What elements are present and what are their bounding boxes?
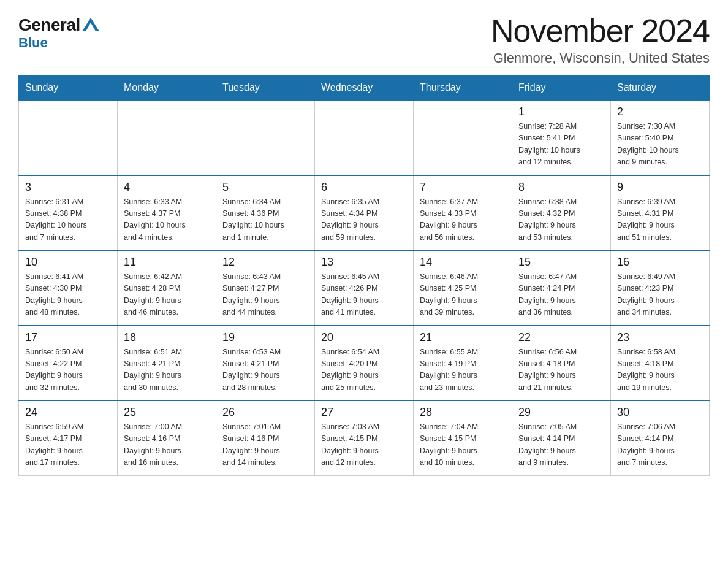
table-row: 22Sunrise: 6:56 AM Sunset: 4:18 PM Dayli…	[512, 326, 611, 401]
table-row: 16Sunrise: 6:49 AM Sunset: 4:23 PM Dayli…	[611, 250, 710, 326]
calendar-week-row: 10Sunrise: 6:41 AM Sunset: 4:30 PM Dayli…	[19, 250, 710, 326]
header-friday: Friday	[512, 76, 611, 101]
day-info: Sunrise: 6:53 AM Sunset: 4:21 PM Dayligh…	[222, 347, 308, 394]
day-info: Sunrise: 6:37 AM Sunset: 4:33 PM Dayligh…	[420, 196, 506, 244]
day-number: 2	[617, 105, 703, 118]
logo: General Blue	[18, 12, 99, 51]
day-info: Sunrise: 6:49 AM Sunset: 4:23 PM Dayligh…	[617, 271, 703, 319]
day-info: Sunrise: 6:46 AM Sunset: 4:25 PM Dayligh…	[420, 271, 506, 319]
table-row: 6Sunrise: 6:35 AM Sunset: 4:34 PM Daylig…	[315, 175, 414, 251]
day-info: Sunrise: 7:03 AM Sunset: 4:15 PM Dayligh…	[321, 421, 407, 469]
day-number: 29	[518, 406, 604, 419]
day-info: Sunrise: 6:54 AM Sunset: 4:20 PM Dayligh…	[321, 347, 407, 394]
day-number: 10	[25, 256, 111, 269]
logo-blue-text: Blue	[18, 35, 48, 50]
header-monday: Monday	[118, 76, 216, 101]
day-info: Sunrise: 6:31 AM Sunset: 4:38 PM Dayligh…	[25, 196, 111, 244]
day-number: 11	[124, 256, 210, 269]
day-info: Sunrise: 7:00 AM Sunset: 4:16 PM Dayligh…	[124, 421, 210, 469]
day-number: 14	[420, 256, 506, 269]
day-number: 24	[25, 406, 111, 419]
day-info: Sunrise: 6:39 AM Sunset: 4:31 PM Dayligh…	[617, 196, 703, 244]
table-row: 19Sunrise: 6:53 AM Sunset: 4:21 PM Dayli…	[216, 326, 315, 401]
day-number: 20	[321, 331, 407, 344]
table-row: 23Sunrise: 6:58 AM Sunset: 4:18 PM Dayli…	[611, 326, 710, 401]
day-number: 15	[518, 256, 604, 269]
day-info: Sunrise: 6:56 AM Sunset: 4:18 PM Dayligh…	[518, 347, 604, 394]
day-number: 22	[518, 331, 604, 344]
table-row	[19, 100, 118, 175]
day-number: 25	[124, 406, 210, 419]
title-section: November 2024 Glenmore, Wisconsin, Unite…	[491, 12, 710, 66]
day-info: Sunrise: 6:38 AM Sunset: 4:32 PM Dayligh…	[518, 196, 604, 244]
table-row: 25Sunrise: 7:00 AM Sunset: 4:16 PM Dayli…	[118, 400, 216, 475]
table-row	[315, 100, 414, 175]
header-thursday: Thursday	[414, 76, 512, 101]
table-row	[118, 100, 216, 175]
header-saturday: Saturday	[611, 76, 710, 101]
day-info: Sunrise: 6:58 AM Sunset: 4:18 PM Dayligh…	[617, 347, 703, 394]
table-row: 18Sunrise: 6:51 AM Sunset: 4:21 PM Dayli…	[118, 326, 216, 401]
page-header: General Blue November 2024 Glenmore, Wis…	[18, 12, 710, 66]
header-tuesday: Tuesday	[216, 76, 315, 101]
calendar-week-row: 3Sunrise: 6:31 AM Sunset: 4:38 PM Daylig…	[19, 175, 710, 251]
day-info: Sunrise: 6:43 AM Sunset: 4:27 PM Dayligh…	[222, 271, 308, 319]
day-info: Sunrise: 6:47 AM Sunset: 4:24 PM Dayligh…	[518, 271, 604, 319]
header-wednesday: Wednesday	[315, 76, 414, 101]
table-row: 9Sunrise: 6:39 AM Sunset: 4:31 PM Daylig…	[611, 175, 710, 251]
day-info: Sunrise: 6:35 AM Sunset: 4:34 PM Dayligh…	[321, 196, 407, 244]
table-row: 7Sunrise: 6:37 AM Sunset: 4:33 PM Daylig…	[414, 175, 512, 251]
table-row: 21Sunrise: 6:55 AM Sunset: 4:19 PM Dayli…	[414, 326, 512, 401]
calendar-week-row: 1Sunrise: 7:28 AM Sunset: 5:41 PM Daylig…	[19, 100, 710, 175]
day-info: Sunrise: 7:01 AM Sunset: 4:16 PM Dayligh…	[222, 421, 308, 469]
day-number: 12	[222, 256, 308, 269]
table-row: 13Sunrise: 6:45 AM Sunset: 4:26 PM Dayli…	[315, 250, 414, 326]
table-row: 15Sunrise: 6:47 AM Sunset: 4:24 PM Dayli…	[512, 250, 611, 326]
logo-general-text: General	[18, 15, 80, 35]
day-number: 9	[617, 181, 703, 194]
table-row: 1Sunrise: 7:28 AM Sunset: 5:41 PM Daylig…	[512, 100, 611, 175]
day-number: 26	[222, 406, 308, 419]
table-row: 28Sunrise: 7:04 AM Sunset: 4:15 PM Dayli…	[414, 400, 512, 475]
table-row: 20Sunrise: 6:54 AM Sunset: 4:20 PM Dayli…	[315, 326, 414, 401]
calendar-header-row: Sunday Monday Tuesday Wednesday Thursday…	[19, 76, 710, 101]
table-row: 29Sunrise: 7:05 AM Sunset: 4:14 PM Dayli…	[512, 400, 611, 475]
day-info: Sunrise: 7:05 AM Sunset: 4:14 PM Dayligh…	[518, 421, 604, 469]
day-number: 6	[321, 181, 407, 194]
day-info: Sunrise: 6:45 AM Sunset: 4:26 PM Dayligh…	[321, 271, 407, 319]
location-title: Glenmore, Wisconsin, United States	[491, 50, 710, 66]
calendar-week-row: 24Sunrise: 6:59 AM Sunset: 4:17 PM Dayli…	[19, 400, 710, 475]
day-number: 28	[420, 406, 506, 419]
day-info: Sunrise: 7:04 AM Sunset: 4:15 PM Dayligh…	[420, 421, 506, 469]
day-number: 7	[420, 181, 506, 194]
day-number: 27	[321, 406, 407, 419]
calendar-week-row: 17Sunrise: 6:50 AM Sunset: 4:22 PM Dayli…	[19, 326, 710, 401]
table-row: 11Sunrise: 6:42 AM Sunset: 4:28 PM Dayli…	[118, 250, 216, 326]
day-number: 16	[617, 256, 703, 269]
day-info: Sunrise: 6:41 AM Sunset: 4:30 PM Dayligh…	[25, 271, 111, 319]
day-info: Sunrise: 7:30 AM Sunset: 5:40 PM Dayligh…	[617, 121, 703, 169]
day-info: Sunrise: 6:55 AM Sunset: 4:19 PM Dayligh…	[420, 347, 506, 394]
month-title: November 2024	[491, 12, 710, 49]
day-number: 19	[222, 331, 308, 344]
day-info: Sunrise: 6:33 AM Sunset: 4:37 PM Dayligh…	[124, 196, 210, 244]
day-info: Sunrise: 6:51 AM Sunset: 4:21 PM Dayligh…	[124, 347, 210, 394]
table-row: 5Sunrise: 6:34 AM Sunset: 4:36 PM Daylig…	[216, 175, 315, 251]
table-row: 10Sunrise: 6:41 AM Sunset: 4:30 PM Dayli…	[19, 250, 118, 326]
table-row: 26Sunrise: 7:01 AM Sunset: 4:16 PM Dayli…	[216, 400, 315, 475]
table-row: 27Sunrise: 7:03 AM Sunset: 4:15 PM Dayli…	[315, 400, 414, 475]
table-row	[216, 100, 315, 175]
table-row: 3Sunrise: 6:31 AM Sunset: 4:38 PM Daylig…	[19, 175, 118, 251]
calendar-table: Sunday Monday Tuesday Wednesday Thursday…	[18, 75, 710, 476]
day-info: Sunrise: 6:59 AM Sunset: 4:17 PM Dayligh…	[25, 421, 111, 469]
day-number: 17	[25, 331, 111, 344]
day-number: 5	[222, 181, 308, 194]
table-row: 8Sunrise: 6:38 AM Sunset: 4:32 PM Daylig…	[512, 175, 611, 251]
day-number: 13	[321, 256, 407, 269]
day-number: 23	[617, 331, 703, 344]
day-number: 30	[617, 406, 703, 419]
logo-triangle-icon	[82, 18, 99, 34]
day-info: Sunrise: 6:50 AM Sunset: 4:22 PM Dayligh…	[25, 347, 111, 394]
table-row: 24Sunrise: 6:59 AM Sunset: 4:17 PM Dayli…	[19, 400, 118, 475]
table-row: 30Sunrise: 7:06 AM Sunset: 4:14 PM Dayli…	[611, 400, 710, 475]
